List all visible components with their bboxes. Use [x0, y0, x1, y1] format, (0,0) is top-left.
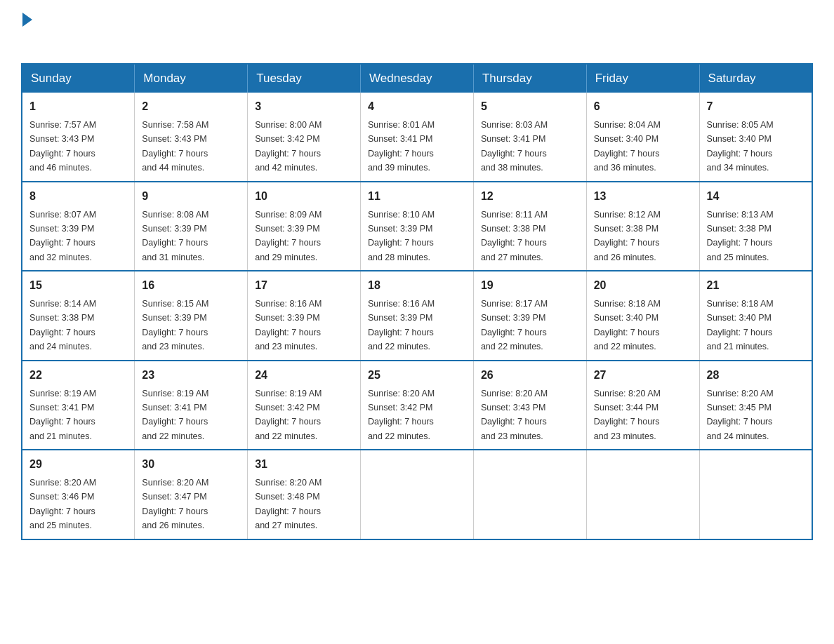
day-number: 30	[142, 456, 240, 473]
calendar-cell: 26 Sunrise: 8:20 AMSunset: 3:43 PMDaylig…	[473, 361, 586, 450]
day-info: Sunrise: 8:03 AMSunset: 3:41 PMDaylight:…	[481, 120, 548, 173]
calendar-cell: 9 Sunrise: 8:08 AMSunset: 3:39 PMDayligh…	[135, 182, 248, 271]
calendar-cell: 6 Sunrise: 8:04 AMSunset: 3:40 PMDayligh…	[586, 93, 699, 182]
day-info: Sunrise: 8:07 AMSunset: 3:39 PMDaylight:…	[29, 210, 96, 262]
calendar-cell	[699, 450, 812, 539]
day-number: 11	[368, 188, 466, 205]
day-number: 14	[707, 188, 805, 205]
calendar-cell: 25 Sunrise: 8:20 AMSunset: 3:42 PMDaylig…	[361, 361, 474, 450]
calendar-week-row: 8 Sunrise: 8:07 AMSunset: 3:39 PMDayligh…	[22, 182, 812, 271]
calendar-week-row: 1 Sunrise: 7:57 AMSunset: 3:43 PMDayligh…	[22, 93, 812, 182]
day-info: Sunrise: 8:20 AMSunset: 3:46 PMDaylight:…	[29, 478, 96, 530]
day-number: 9	[142, 188, 240, 205]
calendar-cell: 17 Sunrise: 8:16 AMSunset: 3:39 PMDaylig…	[248, 271, 361, 361]
calendar-cell: 31 Sunrise: 8:20 AMSunset: 3:48 PMDaylig…	[248, 450, 361, 539]
weekday-header-saturday: Saturday	[699, 64, 812, 93]
calendar-cell: 15 Sunrise: 8:14 AMSunset: 3:38 PMDaylig…	[22, 271, 135, 361]
calendar-cell: 28 Sunrise: 8:20 AMSunset: 3:45 PMDaylig…	[699, 361, 812, 450]
day-number: 22	[29, 367, 127, 384]
calendar-cell: 18 Sunrise: 8:16 AMSunset: 3:39 PMDaylig…	[361, 271, 474, 361]
day-number: 21	[707, 277, 805, 294]
day-number: 23	[142, 367, 240, 384]
day-info: Sunrise: 8:20 AMSunset: 3:48 PMDaylight:…	[255, 478, 322, 530]
day-number: 12	[481, 188, 579, 205]
weekday-header-wednesday: Wednesday	[361, 64, 474, 93]
calendar-cell: 7 Sunrise: 8:05 AMSunset: 3:40 PMDayligh…	[699, 93, 812, 182]
day-info: Sunrise: 8:11 AMSunset: 3:38 PMDaylight:…	[481, 210, 548, 262]
day-info: Sunrise: 8:13 AMSunset: 3:38 PMDaylight:…	[707, 210, 774, 262]
weekday-header-tuesday: Tuesday	[248, 64, 361, 93]
calendar-cell: 14 Sunrise: 8:13 AMSunset: 3:38 PMDaylig…	[699, 182, 812, 271]
calendar-cell: 29 Sunrise: 8:20 AMSunset: 3:46 PMDaylig…	[22, 450, 135, 539]
day-info: Sunrise: 8:16 AMSunset: 3:39 PMDaylight:…	[255, 299, 322, 351]
day-number: 3	[255, 98, 353, 115]
day-info: Sunrise: 8:12 AMSunset: 3:38 PMDaylight:…	[594, 210, 661, 262]
day-info: Sunrise: 8:09 AMSunset: 3:39 PMDaylight:…	[255, 210, 322, 262]
day-number: 16	[142, 277, 240, 294]
calendar-cell	[473, 450, 586, 539]
day-info: Sunrise: 8:20 AMSunset: 3:47 PMDaylight:…	[142, 478, 208, 530]
calendar-cell: 21 Sunrise: 8:18 AMSunset: 3:40 PMDaylig…	[699, 271, 812, 361]
day-number: 24	[255, 367, 353, 384]
day-info: Sunrise: 8:20 AMSunset: 3:45 PMDaylight:…	[707, 389, 774, 441]
day-info: Sunrise: 8:18 AMSunset: 3:40 PMDaylight:…	[594, 299, 661, 351]
logo	[21, 14, 32, 49]
day-info: Sunrise: 7:58 AMSunset: 3:43 PMDaylight:…	[142, 120, 208, 173]
day-number: 13	[594, 188, 692, 205]
calendar-cell: 2 Sunrise: 7:58 AMSunset: 3:43 PMDayligh…	[135, 93, 248, 182]
day-info: Sunrise: 8:01 AMSunset: 3:41 PMDaylight:…	[368, 120, 435, 173]
page-header	[21, 14, 813, 49]
weekday-header-sunday: Sunday	[22, 64, 135, 93]
day-info: Sunrise: 8:16 AMSunset: 3:39 PMDaylight:…	[368, 299, 435, 351]
day-number: 6	[594, 98, 692, 115]
calendar-cell: 22 Sunrise: 8:19 AMSunset: 3:41 PMDaylig…	[22, 361, 135, 450]
day-info: Sunrise: 8:08 AMSunset: 3:39 PMDaylight:…	[142, 210, 208, 262]
calendar-week-row: 15 Sunrise: 8:14 AMSunset: 3:38 PMDaylig…	[22, 271, 812, 361]
day-number: 2	[142, 98, 240, 115]
day-info: Sunrise: 8:20 AMSunset: 3:42 PMDaylight:…	[368, 389, 435, 441]
day-number: 19	[481, 277, 579, 294]
day-number: 7	[707, 98, 805, 115]
calendar-cell: 5 Sunrise: 8:03 AMSunset: 3:41 PMDayligh…	[473, 93, 586, 182]
calendar-cell: 27 Sunrise: 8:20 AMSunset: 3:44 PMDaylig…	[586, 361, 699, 450]
calendar-cell	[361, 450, 474, 539]
day-number: 31	[255, 456, 353, 473]
day-info: Sunrise: 8:15 AMSunset: 3:39 PMDaylight:…	[142, 299, 208, 351]
calendar-week-row: 22 Sunrise: 8:19 AMSunset: 3:41 PMDaylig…	[22, 361, 812, 450]
calendar-table: SundayMondayTuesdayWednesdayThursdayFrid…	[21, 63, 813, 540]
weekday-header-friday: Friday	[586, 64, 699, 93]
calendar-cell: 19 Sunrise: 8:17 AMSunset: 3:39 PMDaylig…	[473, 271, 586, 361]
day-number: 8	[29, 188, 127, 205]
calendar-cell: 11 Sunrise: 8:10 AMSunset: 3:39 PMDaylig…	[361, 182, 474, 271]
calendar-cell: 24 Sunrise: 8:19 AMSunset: 3:42 PMDaylig…	[248, 361, 361, 450]
day-number: 10	[255, 188, 353, 205]
day-number: 18	[368, 277, 466, 294]
calendar-cell: 12 Sunrise: 8:11 AMSunset: 3:38 PMDaylig…	[473, 182, 586, 271]
calendar-cell: 10 Sunrise: 8:09 AMSunset: 3:39 PMDaylig…	[248, 182, 361, 271]
calendar-cell: 1 Sunrise: 7:57 AMSunset: 3:43 PMDayligh…	[22, 93, 135, 182]
day-info: Sunrise: 8:14 AMSunset: 3:38 PMDaylight:…	[29, 299, 96, 351]
day-info: Sunrise: 8:05 AMSunset: 3:40 PMDaylight:…	[707, 120, 774, 173]
calendar-cell: 16 Sunrise: 8:15 AMSunset: 3:39 PMDaylig…	[135, 271, 248, 361]
day-number: 20	[594, 277, 692, 294]
day-info: Sunrise: 8:19 AMSunset: 3:41 PMDaylight:…	[29, 389, 96, 441]
calendar-header-row: SundayMondayTuesdayWednesdayThursdayFrid…	[22, 64, 812, 93]
calendar-cell: 3 Sunrise: 8:00 AMSunset: 3:42 PMDayligh…	[248, 93, 361, 182]
calendar-cell	[586, 450, 699, 539]
calendar-cell: 30 Sunrise: 8:20 AMSunset: 3:47 PMDaylig…	[135, 450, 248, 539]
day-info: Sunrise: 8:19 AMSunset: 3:41 PMDaylight:…	[142, 389, 208, 441]
calendar-cell: 8 Sunrise: 8:07 AMSunset: 3:39 PMDayligh…	[22, 182, 135, 271]
day-info: Sunrise: 8:18 AMSunset: 3:40 PMDaylight:…	[707, 299, 774, 351]
day-info: Sunrise: 8:04 AMSunset: 3:40 PMDaylight:…	[594, 120, 661, 173]
day-info: Sunrise: 8:20 AMSunset: 3:43 PMDaylight:…	[481, 389, 548, 441]
day-number: 5	[481, 98, 579, 115]
day-number: 17	[255, 277, 353, 294]
day-number: 26	[481, 367, 579, 384]
day-info: Sunrise: 8:10 AMSunset: 3:39 PMDaylight:…	[368, 210, 435, 262]
logo-arrow-icon	[22, 13, 32, 27]
day-number: 1	[29, 98, 127, 115]
day-number: 25	[368, 367, 466, 384]
calendar-cell: 20 Sunrise: 8:18 AMSunset: 3:40 PMDaylig…	[586, 271, 699, 361]
calendar-cell: 4 Sunrise: 8:01 AMSunset: 3:41 PMDayligh…	[361, 93, 474, 182]
day-number: 27	[594, 367, 692, 384]
